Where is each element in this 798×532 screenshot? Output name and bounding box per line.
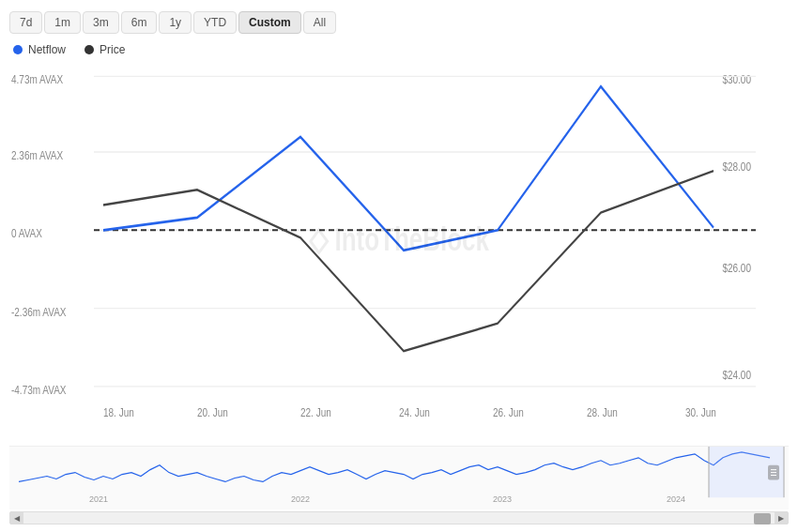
main-chart: 4.73m AVAX 2.36m AVAX 0 AVAX -2.36m AVAX… (9, 64, 789, 442)
x-label-2: 20. Jun (197, 405, 228, 420)
chart-legend: Netflow Price (9, 43, 789, 56)
btn-1y[interactable]: 1y (159, 11, 192, 34)
main-chart-svg: 4.73m AVAX 2.36m AVAX 0 AVAX -2.36m AVAX… (9, 64, 789, 442)
legend-dot-price (84, 45, 94, 54)
mini-chart: 2021 2022 2023 2024 (9, 446, 789, 509)
x-label-7: 30. Jun (685, 405, 716, 420)
x-label-5: 26. Jun (493, 405, 524, 420)
mini-label-2022: 2022 (291, 494, 310, 504)
scrollbar[interactable]: ◀ ▶ (9, 511, 789, 524)
y-label-top: 4.73m AVAX (11, 72, 63, 87)
y-label-neg4: -4.73m AVAX (11, 382, 67, 397)
price-line (103, 171, 714, 351)
scroll-left-btn[interactable]: ◀ (10, 511, 23, 524)
y-right-label-4: $24.00 (722, 367, 751, 382)
x-label-3: 22. Jun (300, 405, 331, 420)
y-right-label-1: $30.00 (722, 72, 751, 87)
btn-1m[interactable]: 1m (44, 11, 81, 34)
btn-3m[interactable]: 3m (83, 11, 119, 34)
legend-label-price: Price (100, 43, 125, 56)
scroll-thumb[interactable] (754, 513, 771, 524)
mini-label-2023: 2023 (493, 494, 512, 504)
btn-7d[interactable]: 7d (9, 11, 42, 34)
mini-label-2024: 2024 (667, 494, 685, 504)
main-container: 7d 1m 3m 6m 1y YTD Custom All Netflow Pr… (0, 0, 798, 532)
btn-all[interactable]: All (303, 11, 336, 34)
btn-ytd[interactable]: YTD (193, 11, 237, 34)
x-label-4: 24. Jun (399, 405, 430, 420)
legend-label-netflow: Netflow (28, 43, 66, 56)
y-label-2: 2.36m AVAX (11, 148, 63, 163)
mini-label-2021: 2021 (89, 494, 108, 504)
scroll-right-btn[interactable]: ▶ (775, 511, 788, 524)
watermark-text: ◇ IntoTheBlock (308, 220, 490, 258)
btn-6m[interactable]: 6m (121, 11, 158, 34)
btn-custom[interactable]: Custom (238, 11, 301, 34)
legend-price: Price (84, 43, 125, 56)
scroll-track[interactable] (23, 512, 775, 524)
legend-dot-netflow (13, 45, 23, 54)
y-right-label-2: $28.00 (722, 160, 751, 175)
y-right-label-3: $26.00 (722, 260, 751, 275)
chart-wrapper: 4.73m AVAX 2.36m AVAX 0 AVAX -2.36m AVAX… (9, 64, 789, 524)
mini-chart-svg: 2021 2022 2023 2024 (9, 447, 789, 509)
x-label-6: 28. Jun (587, 405, 618, 420)
y-label-neg2: -2.36m AVAX (11, 304, 67, 319)
time-range-bar: 7d 1m 3m 6m 1y YTD Custom All (9, 11, 789, 34)
x-label-1: 18. Jun (103, 405, 134, 420)
legend-netflow: Netflow (13, 43, 66, 56)
y-label-zero: 0 AVAX (11, 226, 42, 241)
